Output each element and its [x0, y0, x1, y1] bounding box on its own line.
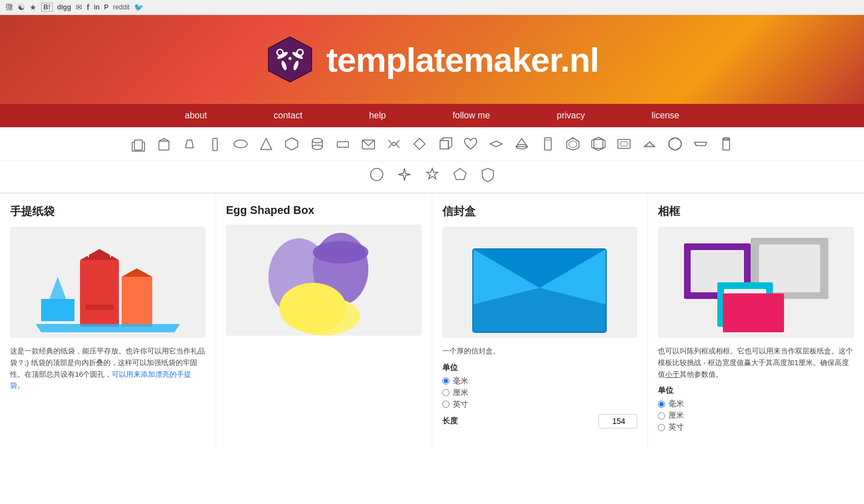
social-weibo[interactable]: 微 — [6, 2, 13, 12]
svg-rect-33 — [594, 139, 603, 148]
cylinder-toolbar-icon[interactable] — [307, 134, 327, 154]
bow-toolbar-icon[interactable] — [384, 134, 404, 154]
svg-marker-31 — [567, 138, 579, 150]
svg-marker-58 — [36, 324, 180, 332]
card-handbag-desc: 这是一款经典的纸袋，能压平存放。也许你可以用它当作礼品袋？;) 纸袋的顶部是向内… — [10, 346, 206, 392]
social-b[interactable]: B! — [41, 3, 53, 12]
card-frame-inch-label: 英寸 — [668, 422, 684, 432]
trapezoid-toolbar-icon[interactable] — [179, 134, 199, 154]
svg-point-17 — [312, 145, 322, 149]
display-box-toolbar-icon[interactable] — [563, 134, 583, 154]
prism-toolbar-icon[interactable] — [512, 134, 532, 154]
svg-point-39 — [669, 138, 681, 150]
card-envelope-units: 单位 毫米 厘米 英寸 长度 — [442, 363, 638, 428]
card-envelope-radio-inch[interactable]: 英寸 — [442, 400, 638, 410]
svg-rect-8 — [134, 140, 142, 150]
social-facebook[interactable]: f — [87, 3, 89, 12]
oval-box-toolbar-icon[interactable] — [231, 134, 251, 154]
svg-rect-51 — [80, 260, 119, 327]
card-envelope-length-row: 长度 — [442, 414, 638, 428]
nav-about[interactable]: about — [152, 104, 241, 127]
card-envelope-length-input[interactable] — [598, 414, 637, 428]
shield-toolbar-icon[interactable] — [478, 164, 498, 184]
social-twitter[interactable]: 🐦 — [134, 3, 143, 12]
envelope-toolbar-icon[interactable] — [358, 134, 378, 154]
hex-box-toolbar-icon[interactable] — [588, 134, 608, 154]
svg-rect-29 — [545, 138, 551, 150]
card-envelope-title: 信封盒 — [442, 204, 638, 219]
social-bar: 微 ☯ ★ B! digg ✉ f in P reddit 🐦 — [0, 0, 864, 15]
flat-prism-toolbar-icon[interactable] — [640, 134, 660, 154]
site-title: templatemaker.nl — [326, 40, 599, 79]
slim-box-toolbar-icon[interactable] — [205, 134, 225, 154]
icon-toolbar-row1 — [0, 127, 864, 161]
card-frame-unit-label: 单位 — [658, 386, 854, 396]
svg-point-63 — [313, 241, 368, 263]
social-email[interactable]: ✉ — [76, 3, 82, 12]
card-handbag-title: 手提纸袋 — [10, 204, 206, 219]
geo-toolbar-icon[interactable] — [665, 134, 685, 154]
svg-line-42 — [695, 142, 696, 146]
pentagon-toolbar-icon[interactable] — [450, 164, 470, 184]
social-star[interactable]: ★ — [29, 3, 37, 12]
flat-diamond-toolbar-icon[interactable] — [486, 134, 506, 154]
arrow-box-toolbar-icon[interactable] — [282, 134, 302, 154]
card-frame-radio-group: 毫米 厘米 英寸 — [658, 399, 854, 432]
svg-point-13 — [234, 140, 247, 148]
svg-marker-11 — [186, 140, 193, 148]
card-envelope-unit-label: 单位 — [442, 363, 638, 373]
wide-box-toolbar-icon[interactable] — [691, 134, 711, 154]
cube-toolbar-icon[interactable] — [435, 134, 455, 154]
rectangle-frame-toolbar-icon[interactable] — [614, 134, 634, 154]
card-frame-units: 单位 毫米 厘米 英寸 — [658, 386, 854, 432]
card-frame-radio-mm[interactable]: 毫米 — [658, 399, 854, 409]
svg-marker-23 — [414, 138, 425, 149]
svg-point-16 — [312, 138, 322, 143]
social-digg[interactable]: digg — [57, 3, 71, 11]
svg-point-45 — [371, 168, 383, 181]
card-handbag: 手提纸袋 这是一款经典的纸袋，能压平存放。也许 — [0, 194, 216, 448]
card-frame-radio-cm[interactable]: 厘米 — [658, 411, 854, 421]
social-linkedin[interactable]: in — [94, 3, 100, 11]
nav-contact[interactable]: contact — [241, 104, 336, 127]
card-frame-mm-label: 毫米 — [668, 399, 684, 409]
svg-marker-26 — [490, 141, 502, 147]
social-wechat[interactable]: ☯ — [18, 3, 25, 12]
box-toolbar-icon[interactable] — [154, 134, 174, 154]
card-egg-image — [226, 224, 422, 336]
flat-box-toolbar-icon[interactable] — [333, 134, 353, 154]
card-egg-box: Egg Shaped Box — [216, 194, 432, 448]
card-frame-title: 相框 — [658, 204, 854, 219]
svg-marker-55 — [122, 268, 152, 277]
nav-license[interactable]: license — [618, 104, 713, 127]
cone-toolbar-icon[interactable] — [256, 134, 276, 154]
social-reddit[interactable]: reddit — [113, 3, 129, 11]
svg-rect-54 — [122, 277, 152, 327]
nav-bar: about contact help follow me privacy lic… — [0, 104, 864, 127]
svg-marker-52 — [80, 249, 119, 260]
card-envelope-radio-mm[interactable]: 毫米 — [442, 376, 638, 386]
star5-toolbar-icon[interactable] — [422, 164, 442, 184]
svg-marker-47 — [427, 168, 438, 179]
svg-point-22 — [392, 142, 396, 146]
paper-bag-toolbar-icon[interactable] — [128, 134, 148, 154]
svg-rect-20 — [337, 142, 348, 147]
svg-point-62 — [279, 283, 346, 333]
nav-follow-me[interactable]: follow me — [419, 104, 523, 127]
card-egg-title: Egg Shaped Box — [226, 204, 422, 217]
circle-toolbar-icon[interactable] — [367, 164, 387, 184]
card-envelope-radio-cm[interactable]: 厘米 — [442, 388, 638, 398]
diamond-toolbar-icon[interactable] — [409, 134, 429, 154]
social-pinterest[interactable]: P — [104, 3, 108, 11]
tall-box-toolbar-icon[interactable] — [537, 134, 557, 154]
tall-prism-toolbar-icon[interactable] — [716, 134, 736, 154]
svg-point-5 — [289, 57, 292, 60]
card-envelope-cm-label: 厘米 — [453, 388, 468, 398]
heart-toolbar-icon[interactable] — [461, 134, 481, 154]
nav-help[interactable]: help — [336, 104, 419, 127]
card-envelope-inch-label: 英寸 — [453, 400, 468, 410]
star4-toolbar-icon[interactable] — [394, 164, 414, 184]
card-frame-radio-inch[interactable]: 英寸 — [658, 422, 854, 432]
nav-privacy[interactable]: privacy — [523, 104, 618, 127]
svg-rect-36 — [621, 142, 627, 146]
